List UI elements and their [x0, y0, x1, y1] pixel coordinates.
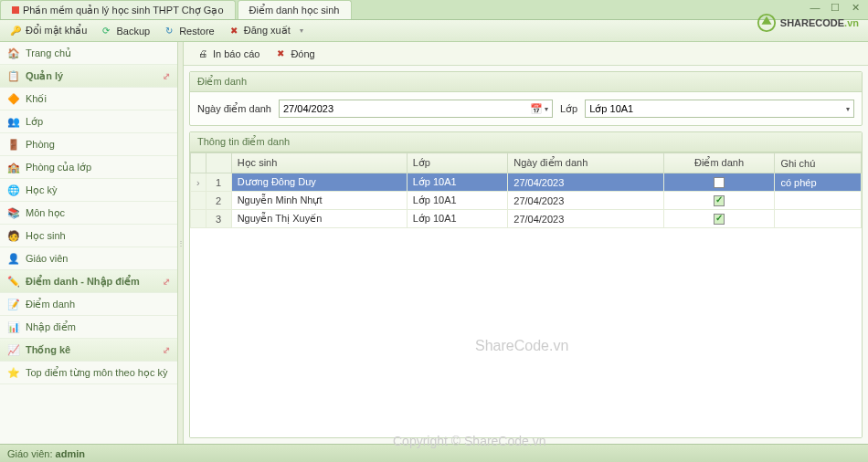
- close-tab-button[interactable]: ✖ Đóng: [269, 46, 320, 62]
- cell-date[interactable]: 27/04/2023: [508, 210, 663, 228]
- classroom-icon: 🏫: [7, 161, 20, 173]
- main-area: 🏠Trang chủ 📋Quản lý ⤢ 🔶Khối 👥Lớp 🚪Phòng …: [0, 42, 868, 444]
- cell-student[interactable]: Nguyễn Minh Nhựt: [231, 192, 407, 210]
- sidebar-item-home[interactable]: 🏠Trang chủ: [0, 42, 177, 65]
- col-attendance[interactable]: Điểm danh: [663, 153, 775, 173]
- cell-attendance[interactable]: [663, 173, 775, 192]
- grid-header-row: Học sinh Lớp Ngày điểm danh Điểm danh Gh…: [191, 153, 862, 173]
- col-note[interactable]: Ghi chú: [775, 153, 862, 173]
- grid-empty-area: [190, 228, 862, 437]
- cell-note[interactable]: [775, 210, 862, 228]
- chevron-down-icon[interactable]: ▾: [545, 105, 548, 113]
- cell-note[interactable]: có phép: [775, 173, 862, 192]
- toolbar-label: Restore: [179, 26, 215, 37]
- grid-panel: Thông tin điểm danh Học sinh Lớp Ngày đi…: [189, 131, 863, 438]
- room-icon: 🚪: [7, 138, 20, 151]
- row-indicator: ›: [191, 173, 206, 192]
- backup-button[interactable]: ⟳ Backup: [94, 23, 155, 39]
- sidebar-group-manage[interactable]: 📋Quản lý ⤢: [0, 65, 177, 88]
- stats-group-icon: 📈: [7, 343, 20, 356]
- sidebar-label: Môn học: [26, 207, 65, 219]
- date-label: Ngày điểm danh: [197, 103, 271, 115]
- cell-attendance[interactable]: [663, 210, 775, 228]
- cell-date[interactable]: 27/04/2023: [508, 173, 663, 192]
- close-window-button[interactable]: ✕: [848, 2, 863, 14]
- sidebar-label: Quản lý: [26, 70, 63, 82]
- attendance-grid[interactable]: Học sinh Lớp Ngày điểm danh Điểm danh Gh…: [190, 152, 862, 228]
- class-dropdown[interactable]: Lớp 10A1 ▾: [585, 100, 854, 118]
- table-row[interactable]: 3Nguyễn Thị XuyếnLớp 10A127/04/2023: [191, 210, 862, 228]
- content-area: 🖨 In báo cáo ✖ Đóng Điểm danh Ngày điểm …: [184, 42, 868, 444]
- attendance-checkbox[interactable]: [714, 177, 725, 188]
- sidebar-item-lop[interactable]: 👥Lớp: [0, 110, 177, 133]
- cell-date[interactable]: 27/04/2023: [508, 192, 663, 210]
- col-class[interactable]: Lớp: [407, 153, 508, 173]
- print-icon: 🖨: [196, 47, 209, 60]
- minimize-button[interactable]: —: [808, 2, 822, 14]
- chevron-down-icon[interactable]: ▾: [846, 105, 850, 113]
- sidebar-item-hocsinh[interactable]: 🧑Học sinh: [0, 225, 177, 247]
- attendance-checkbox[interactable]: [714, 214, 725, 225]
- table-row[interactable]: 2Nguyễn Minh NhựtLớp 10A127/04/2023: [191, 192, 862, 210]
- top-score-icon: ⭐: [7, 366, 20, 379]
- change-password-button[interactable]: 🔑 Đổi mật khẩu: [4, 23, 92, 39]
- print-report-button[interactable]: 🖨 In báo cáo: [191, 46, 265, 62]
- sidebar-item-nhapdiem[interactable]: 📊Nhập điểm: [0, 316, 177, 339]
- attendance-checkbox[interactable]: [714, 195, 725, 206]
- filter-panel-title: Điểm danh: [190, 72, 862, 92]
- sidebar-label: Học kỳ: [26, 184, 58, 196]
- sidebar-item-monhoc[interactable]: 📚Môn học: [0, 202, 177, 225]
- sidebar-item-diemdanh[interactable]: 📝Điểm danh: [0, 293, 177, 316]
- date-input-field[interactable]: [283, 103, 530, 114]
- collapse-icon: ⤢: [163, 71, 170, 81]
- teacher-icon: 👤: [7, 252, 20, 265]
- cell-class[interactable]: Lớp 10A1: [407, 192, 508, 210]
- toolbar-overflow-button[interactable]: ▾: [300, 26, 303, 35]
- toolbar-label: Đăng xuất: [244, 25, 291, 37]
- tab-attendance[interactable]: Điểm danh học sinh: [238, 0, 352, 19]
- toolbar-label: Đổi mật khẩu: [26, 25, 87, 37]
- close-icon: ✖: [274, 47, 287, 60]
- sidebar-group-attendance[interactable]: ✏️Điểm danh - Nhập điểm ⤢: [0, 270, 177, 293]
- sidebar-label: Học sinh: [26, 230, 66, 242]
- restore-button[interactable]: ↻ Restore: [157, 23, 220, 39]
- restore-icon: ↻: [163, 25, 175, 37]
- cell-attendance[interactable]: [663, 192, 775, 210]
- row-number: 3: [206, 210, 231, 228]
- sidebar-item-hocky[interactable]: 🌐Học kỳ: [0, 179, 177, 202]
- sidebar-item-khoi[interactable]: 🔶Khối: [0, 88, 177, 110]
- maximize-button[interactable]: ☐: [828, 2, 842, 14]
- cell-note[interactable]: [775, 192, 862, 210]
- sidebar: 🏠Trang chủ 📋Quản lý ⤢ 🔶Khối 👥Lớp 🚪Phòng …: [0, 42, 178, 444]
- main-toolbar: 🔑 Đổi mật khẩu ⟳ Backup ↻ Restore ✖ Đăng…: [0, 20, 868, 42]
- cell-class[interactable]: Lớp 10A1: [407, 173, 508, 192]
- table-row[interactable]: ›1Dương Đông DuyLớp 10A127/04/2023có phé…: [191, 173, 862, 192]
- sidebar-label: Top điểm từng môn theo học kỳ: [26, 367, 168, 379]
- manage-icon: 📋: [7, 69, 20, 82]
- row-indicator: [191, 210, 206, 228]
- cell-class[interactable]: Lớp 10A1: [407, 210, 508, 228]
- toolbar-label: In báo cáo: [213, 48, 259, 59]
- sidebar-item-phong-lop[interactable]: 🏫Phòng của lớp: [0, 156, 177, 179]
- row-indicator: [191, 192, 206, 210]
- status-user-value: admin: [56, 448, 85, 459]
- cell-student[interactable]: Dương Đông Duy: [231, 173, 407, 192]
- sidebar-item-phong[interactable]: 🚪Phòng: [0, 133, 177, 156]
- row-number: 1: [206, 173, 231, 192]
- grid-panel-title: Thông tin điểm danh: [190, 132, 862, 152]
- col-date[interactable]: Ngày điểm danh: [508, 153, 663, 173]
- sidebar-label: Điểm danh: [26, 299, 75, 310]
- status-user-label: Giáo viên:: [7, 448, 53, 459]
- calendar-icon[interactable]: 📅: [530, 103, 543, 115]
- sidebar-item-giaovien[interactable]: 👤Giáo viên: [0, 247, 177, 270]
- sidebar-label: Phòng của lớp: [26, 162, 91, 173]
- date-picker[interactable]: 📅 ▾: [279, 100, 553, 118]
- cell-student[interactable]: Nguyễn Thị Xuyến: [231, 210, 407, 228]
- tab-main-app[interactable]: Phần mềm quản lý học sinh THPT Chợ Gạo: [0, 0, 236, 19]
- sidebar-label: Giáo viên: [26, 253, 68, 264]
- subject-icon: 📚: [7, 206, 20, 219]
- sidebar-group-stats[interactable]: 📈Thống kê ⤢: [0, 339, 177, 362]
- logout-button[interactable]: ✖ Đăng xuất: [222, 23, 296, 39]
- sidebar-item-top-diem[interactable]: ⭐Top điểm từng môn theo học kỳ: [0, 362, 177, 384]
- col-student[interactable]: Học sinh: [231, 153, 407, 173]
